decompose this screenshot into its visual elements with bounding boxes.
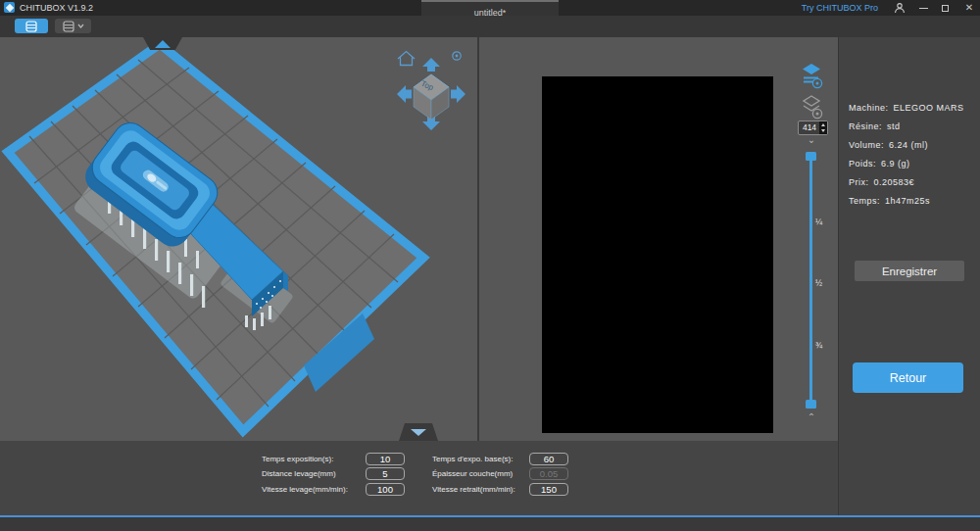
info-row-price: Prix:0.20583€ xyxy=(849,177,964,196)
layer-height-input xyxy=(529,467,568,480)
minimize-button[interactable] xyxy=(919,8,928,9)
document-tab[interactable]: untitled* xyxy=(421,0,559,16)
app-logo-icon xyxy=(4,2,15,13)
layer-slider-top-handle[interactable] xyxy=(806,152,816,161)
rotate-right-arrow[interactable] xyxy=(451,85,466,103)
lift-distance-label: Distance levage(mm) xyxy=(262,467,336,480)
app-title: CHITUBOX V1.9.2 xyxy=(20,3,93,13)
layer-number-spinbox[interactable]: 414 xyxy=(798,121,828,135)
viewport-3d-scene: Top xyxy=(0,37,477,441)
status-bar xyxy=(0,517,980,531)
slice-layer-image xyxy=(542,76,773,433)
title-bar: CHITUBOX V1.9.2 untitled* Try CHITUBOX P… xyxy=(0,0,980,16)
bottom-exposure-time-label: Temps d'expo. base(s): xyxy=(432,453,513,465)
collapse-bottom-panel-tab[interactable] xyxy=(399,423,438,441)
close-button[interactable]: ✕ xyxy=(962,0,976,16)
spinner-up-icon[interactable] xyxy=(821,123,825,126)
viewport-3d[interactable]: Top xyxy=(0,37,477,441)
print-info-panel: Machine:ELEGOO MARS Résine:std Volume:6.… xyxy=(839,37,980,515)
document-tab-label: untitled* xyxy=(474,8,507,18)
layer-height-label: Épaisseur couche(mm) xyxy=(432,467,513,480)
user-account-icon[interactable] xyxy=(894,2,906,14)
chevron-down-icon xyxy=(77,24,84,28)
slice-preview-panel: 414 ⌄ ¼ ½ ¾ ⌃ xyxy=(479,37,838,441)
slider-quarter-label: ¼ xyxy=(815,217,822,226)
info-row-machine: Machine:ELEGOO MARS xyxy=(849,103,964,121)
exposure-time-input[interactable] xyxy=(366,453,405,465)
info-row-resin: Résine:std xyxy=(849,121,964,140)
triangle-up-icon xyxy=(155,40,171,48)
show-all-layers-icon[interactable] xyxy=(800,94,825,121)
try-pro-link[interactable]: Try CHITUBOX Pro xyxy=(802,3,878,13)
info-row-time: Temps:1h47m25s xyxy=(849,196,964,215)
back-button[interactable]: Retour xyxy=(853,362,963,393)
retract-speed-label: Vitesse retrait(mm/min): xyxy=(432,483,515,496)
orbit-view-icon xyxy=(456,55,459,58)
spinner-arrows[interactable] xyxy=(819,121,827,134)
slider-three-quarter-label: ¾ xyxy=(815,340,822,350)
view-cube[interactable]: Top xyxy=(397,52,466,131)
home-view-icon[interactable] xyxy=(398,52,415,66)
maximize-button[interactable] xyxy=(942,5,949,12)
layer-number-value: 414 xyxy=(799,122,820,132)
chevron-up-icon[interactable]: ⌃ xyxy=(804,411,819,422)
exposure-time-label: Temps exposition(s): xyxy=(262,453,333,465)
slice-view-button[interactable] xyxy=(15,19,48,33)
rotate-left-arrow[interactable] xyxy=(397,85,412,103)
toolbar xyxy=(0,16,980,37)
info-row-volume: Volume:6.24 (ml) xyxy=(849,140,964,159)
lift-speed-input[interactable] xyxy=(366,483,405,496)
show-current-layer-icon[interactable] xyxy=(800,63,825,90)
slice-options-button[interactable] xyxy=(55,19,91,33)
slider-half-label: ½ xyxy=(815,278,822,288)
rotate-up-arrow[interactable] xyxy=(422,58,440,72)
layer-slider-bottom-handle[interactable] xyxy=(806,400,816,409)
slice-icon xyxy=(63,21,74,32)
slice-icon xyxy=(25,21,37,32)
info-row-weight: Poids:6.9 (g) xyxy=(849,159,964,177)
retract-speed-input[interactable] xyxy=(529,483,568,496)
lift-distance-input[interactable] xyxy=(366,467,405,480)
lift-speed-label: Vitesse levage(mm/min): xyxy=(262,483,348,496)
chitubox-window: CHITUBOX V1.9.2 untitled* Try CHITUBOX P… xyxy=(0,0,980,531)
chevron-down-icon[interactable]: ⌄ xyxy=(804,134,819,145)
layer-slider-track[interactable] xyxy=(809,157,812,408)
print-settings-panel xyxy=(0,441,838,515)
triangle-down-icon xyxy=(411,429,426,436)
save-button[interactable]: Enregistrer xyxy=(855,261,964,281)
bottom-exposure-time-input[interactable] xyxy=(529,453,568,465)
spinner-down-icon[interactable] xyxy=(821,129,825,132)
